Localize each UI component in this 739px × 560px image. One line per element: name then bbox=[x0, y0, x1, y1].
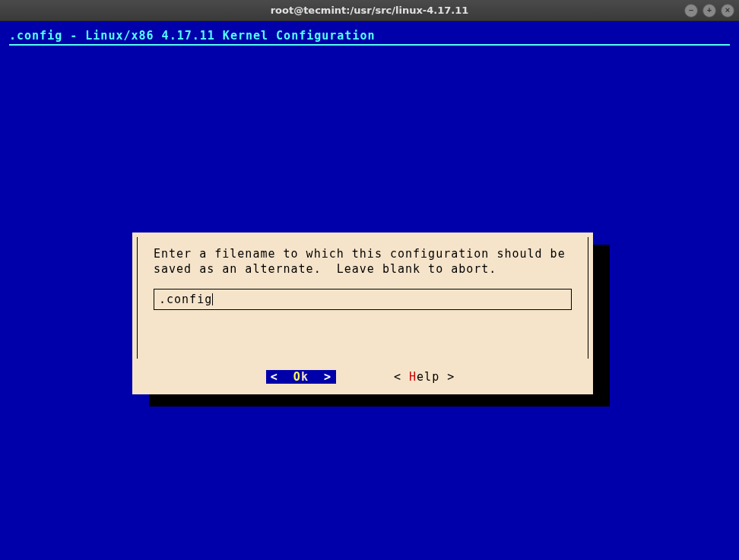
dialog-border-right bbox=[588, 237, 588, 359]
window-controls: – + × bbox=[684, 4, 734, 17]
titlebar: root@tecmint:/usr/src/linux-4.17.11 – + … bbox=[0, 0, 739, 21]
config-heading: .config - Linux/x86 4.17.11 Kernel Confi… bbox=[9, 29, 730, 43]
terminal-area: .config - Linux/x86 4.17.11 Kernel Confi… bbox=[0, 21, 739, 560]
filename-input[interactable]: .config bbox=[154, 289, 572, 310]
window-title: root@tecmint:/usr/src/linux-4.17.11 bbox=[271, 5, 469, 16]
filename-value: .config bbox=[159, 293, 212, 306]
dialog-message: Enter a filename to which this configura… bbox=[154, 246, 572, 277]
save-dialog-wrap: Enter a filename to which this configura… bbox=[132, 233, 593, 394]
dialog-border-left bbox=[137, 237, 138, 359]
heading-divider bbox=[9, 44, 730, 46]
terminal-window: root@tecmint:/usr/src/linux-4.17.11 – + … bbox=[0, 0, 739, 560]
dialog-buttons: < Ok > < Help > bbox=[132, 370, 593, 384]
ok-button[interactable]: < Ok > bbox=[266, 370, 336, 384]
maximize-icon[interactable]: + bbox=[703, 4, 716, 17]
text-cursor-icon bbox=[212, 293, 213, 305]
minimize-icon[interactable]: – bbox=[684, 4, 698, 17]
close-icon[interactable]: × bbox=[721, 4, 734, 17]
help-button[interactable]: < Help > bbox=[389, 370, 459, 384]
save-dialog: Enter a filename to which this configura… bbox=[132, 233, 593, 394]
